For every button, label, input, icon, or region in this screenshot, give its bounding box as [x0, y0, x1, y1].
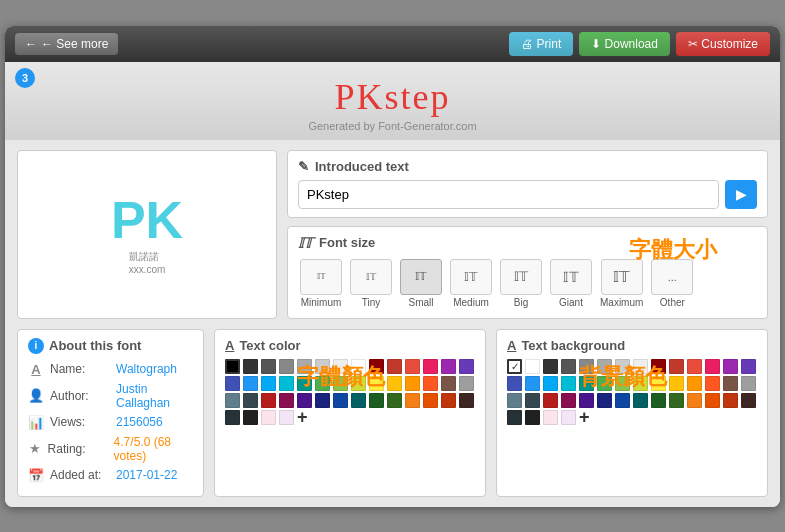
bg-color-swatch[interactable] [651, 393, 666, 408]
bg-color-swatch[interactable] [615, 376, 630, 391]
bg-color-swatch[interactable] [543, 359, 558, 374]
size-btn-minimum[interactable]: 𝕀𝕋 Minimum [298, 257, 344, 310]
bg-color-swatch[interactable] [633, 359, 648, 374]
bg-color-swatch[interactable] [579, 359, 594, 374]
bg-color-swatch[interactable] [633, 393, 648, 408]
bg-color-plus-button[interactable]: + [579, 410, 595, 425]
text-color-swatch[interactable] [387, 359, 402, 374]
text-color-swatch[interactable] [225, 393, 240, 408]
bg-color-swatch[interactable] [561, 393, 576, 408]
bg-color-swatch[interactable] [651, 359, 666, 374]
bg-color-swatch[interactable] [579, 376, 594, 391]
text-color-swatch[interactable] [225, 376, 240, 391]
bg-color-swatch[interactable] [723, 376, 738, 391]
text-input-field[interactable] [298, 180, 719, 209]
text-color-swatch[interactable] [225, 410, 240, 425]
bg-color-swatch[interactable] [525, 410, 540, 425]
text-color-swatch[interactable] [315, 359, 330, 374]
bg-color-swatch[interactable] [723, 393, 738, 408]
bg-color-swatch[interactable] [507, 393, 522, 408]
text-color-swatch[interactable] [441, 359, 456, 374]
text-color-swatch[interactable] [441, 376, 456, 391]
bg-color-swatch[interactable] [633, 376, 648, 391]
text-color-swatch[interactable] [261, 376, 276, 391]
text-color-swatch[interactable] [441, 393, 456, 408]
bg-color-swatch[interactable] [543, 410, 558, 425]
bg-color-swatch[interactable] [687, 393, 702, 408]
bg-color-swatch[interactable] [669, 359, 684, 374]
bg-color-swatch[interactable] [525, 359, 540, 374]
bg-color-swatch[interactable] [561, 359, 576, 374]
go-button[interactable]: ▶ [725, 180, 757, 209]
size-btn-small[interactable]: 𝕀𝕋 Small [398, 257, 444, 310]
text-color-swatch[interactable] [351, 393, 366, 408]
text-color-swatch[interactable] [405, 359, 420, 374]
text-color-swatch[interactable] [405, 393, 420, 408]
bg-color-swatch[interactable] [561, 410, 576, 425]
bg-color-swatch[interactable] [615, 359, 630, 374]
text-color-swatch[interactable] [279, 393, 294, 408]
bg-color-swatch[interactable] [741, 359, 756, 374]
bg-color-swatch[interactable] [597, 376, 612, 391]
text-color-plus-button[interactable]: + [297, 410, 313, 425]
see-more-button[interactable]: ← ← See more [15, 33, 118, 55]
bg-color-swatch[interactable] [507, 410, 522, 425]
text-color-swatch[interactable] [225, 359, 240, 374]
text-color-swatch[interactable] [333, 376, 348, 391]
size-btn-big[interactable]: 𝕀𝕋 Big [498, 257, 544, 310]
bg-color-swatch[interactable] [597, 393, 612, 408]
text-color-swatch[interactable] [243, 359, 258, 374]
text-color-swatch[interactable] [369, 359, 384, 374]
print-button[interactable]: 🖨 Print [509, 32, 573, 56]
text-color-swatch[interactable] [261, 393, 276, 408]
customize-button[interactable]: ✂ Customize [676, 32, 770, 56]
bg-color-swatch[interactable] [615, 393, 630, 408]
bg-color-swatch[interactable] [525, 376, 540, 391]
text-color-swatch[interactable] [351, 359, 366, 374]
text-color-swatch[interactable] [279, 359, 294, 374]
text-color-swatch[interactable] [261, 410, 276, 425]
text-color-swatch[interactable] [369, 376, 384, 391]
text-color-swatch[interactable] [297, 359, 312, 374]
size-btn-medium[interactable]: 𝕀𝕋 Medium [448, 257, 494, 310]
text-color-swatch[interactable] [243, 376, 258, 391]
text-color-swatch[interactable] [387, 393, 402, 408]
text-color-swatch[interactable] [351, 376, 366, 391]
text-color-swatch[interactable] [297, 376, 312, 391]
bg-color-swatch[interactable] [669, 393, 684, 408]
text-color-swatch[interactable] [405, 376, 420, 391]
bg-color-swatch[interactable] [741, 376, 756, 391]
text-color-swatch[interactable] [243, 410, 258, 425]
text-color-swatch[interactable] [297, 393, 312, 408]
bg-color-swatch[interactable] [543, 376, 558, 391]
bg-color-swatch[interactable] [579, 393, 594, 408]
text-color-swatch[interactable] [459, 393, 474, 408]
bg-color-swatch[interactable] [705, 376, 720, 391]
bg-color-swatch[interactable] [561, 376, 576, 391]
bg-color-swatch[interactable] [705, 393, 720, 408]
text-color-swatch[interactable] [261, 359, 276, 374]
text-color-swatch[interactable] [243, 393, 258, 408]
bg-color-swatch[interactable] [741, 393, 756, 408]
bg-color-swatch[interactable] [507, 376, 522, 391]
bg-color-swatch[interactable] [687, 376, 702, 391]
text-color-swatch[interactable] [423, 359, 438, 374]
download-button[interactable]: ⬇ Download [579, 32, 670, 56]
text-color-swatch[interactable] [459, 376, 474, 391]
text-color-swatch[interactable] [333, 359, 348, 374]
bg-color-swatch[interactable] [525, 393, 540, 408]
text-color-swatch[interactable] [423, 393, 438, 408]
text-color-swatch[interactable] [387, 376, 402, 391]
text-color-swatch[interactable] [279, 376, 294, 391]
bg-color-swatch[interactable] [669, 376, 684, 391]
bg-color-swatch[interactable] [651, 376, 666, 391]
text-color-swatch[interactable] [423, 376, 438, 391]
size-btn-tiny[interactable]: 𝕀𝕋 Tiny [348, 257, 394, 310]
text-color-swatch[interactable] [279, 410, 294, 425]
bg-color-swatch[interactable] [597, 359, 612, 374]
bg-color-swatch[interactable] [543, 393, 558, 408]
text-color-swatch[interactable] [369, 393, 384, 408]
size-btn-giant[interactable]: 𝕀𝕋 Giant [548, 257, 594, 310]
text-color-swatch[interactable] [333, 393, 348, 408]
bg-color-swatch[interactable] [723, 359, 738, 374]
